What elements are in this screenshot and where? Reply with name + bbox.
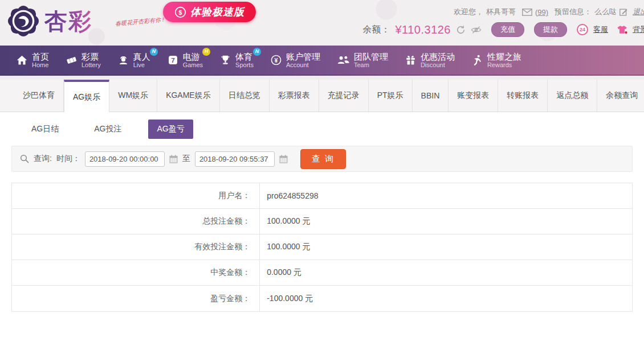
tab-item[interactable]: BBIN	[413, 80, 449, 112]
withdraw-button[interactable]: 提款	[534, 22, 567, 37]
nav-label-en: Live	[133, 61, 150, 69]
nav-label-en: Home	[32, 61, 49, 69]
nav-label: 体育 Sports N	[235, 52, 254, 69]
tab-item[interactable]: 账变报表	[449, 80, 498, 112]
svg-text:$: $	[179, 9, 182, 15]
reserved-info-value: 么么哒	[594, 7, 617, 17]
logout-link[interactable]: 退出	[633, 7, 644, 17]
nav-item-discount[interactable]: 优惠活动 Discount	[405, 52, 455, 69]
start-time-input[interactable]	[85, 151, 165, 167]
tab-item[interactable]: 沙巴体育	[14, 80, 64, 112]
nav-label-en: Team	[354, 61, 388, 69]
trophy-icon	[219, 54, 231, 66]
nav-label-zh: 性耀之旅	[487, 52, 521, 61]
nav-label: 真人 Live N	[133, 52, 150, 69]
nav-item-lottery[interactable]: 彩票 Lottery	[66, 52, 101, 69]
dancer-figure-icon	[471, 54, 483, 66]
nav-label: 彩票 Lottery	[81, 52, 101, 69]
speed-version-badge[interactable]: $ 体验极速版	[163, 2, 256, 22]
row-label: 中奖金额：	[12, 260, 260, 285]
nav-label-en: Account	[286, 61, 320, 69]
background-link[interactable]: 背景	[633, 24, 644, 35]
ag-subtabs: AG日结 AG投注 AG盈亏	[0, 112, 644, 145]
tab-item[interactable]: 返点总额	[548, 80, 597, 112]
to-label: 至	[182, 154, 190, 164]
tab-item[interactable]: 日结总览	[220, 80, 270, 112]
row-label: 有效投注金额：	[12, 234, 260, 260]
promo-badge-label: 体验极速版	[190, 5, 244, 19]
mail-icon[interactable]	[522, 9, 532, 16]
recharge-button[interactable]: 充值	[491, 22, 524, 37]
query-button[interactable]: 查 询	[300, 149, 346, 169]
nav-label-en: Sports	[235, 61, 254, 69]
hot-badge: H	[202, 48, 210, 56]
nav-label: 账户管理 Account	[286, 52, 320, 69]
nav-item-team[interactable]: 团队管理 Team	[337, 52, 388, 69]
nav-item-rewards[interactable]: 性耀之旅 Rewards	[471, 52, 521, 69]
balance-value: ¥110.3126	[395, 23, 451, 36]
row-label: 总投注金额：	[12, 209, 260, 234]
nav-label-zh: 彩票	[81, 52, 101, 61]
tab-item[interactable]: 彩票报表	[270, 80, 319, 112]
tab-item[interactable]: KGAME娱乐	[157, 80, 220, 112]
nav-label-zh: 电游	[183, 52, 203, 61]
nav-label-zh: 首页	[32, 52, 49, 61]
eye-off-icon[interactable]	[471, 26, 482, 34]
tab-item[interactable]: PT娱乐	[369, 80, 413, 112]
site-logo[interactable]: 杏彩	[7, 5, 92, 38]
nav-item-live[interactable]: 真人 Live N	[117, 52, 150, 69]
nav-item-home[interactable]: 首页 Home	[16, 52, 49, 69]
customer-service-link[interactable]: 客服	[593, 24, 608, 35]
service-24h-icon: 24	[577, 24, 588, 35]
row-value: 100.0000 元	[260, 209, 632, 234]
subtab-item[interactable]: AG日结	[23, 120, 67, 139]
row-value: pro624855298	[260, 183, 632, 208]
row-value: -100.0000 元	[260, 286, 632, 311]
tab-item[interactable]: 充提记录	[319, 80, 369, 112]
svg-text:7: 7	[171, 56, 175, 64]
slot-seven-icon: 7	[167, 54, 179, 66]
calendar-icon[interactable]	[169, 155, 178, 163]
nav-item-sports[interactable]: 体育 Sports N	[219, 52, 254, 69]
row-value: 100.0000 元	[260, 234, 632, 260]
shirt-icon	[617, 25, 627, 34]
nav-label: 电游 Games H	[183, 52, 203, 69]
query-label: 查询:	[34, 154, 52, 164]
table-row: 盈亏金额： -100.0000 元	[12, 286, 632, 311]
header-user-area: 欢迎您， 杯具哥哥 (99) 预留信息： 么么哒 退出 余额： ¥110.31	[362, 7, 644, 37]
new-badge: N	[150, 48, 158, 56]
search-panel: 查询: 时间： 至 查 询	[11, 146, 633, 172]
calendar-icon[interactable]	[279, 155, 288, 163]
nav-label-zh: 团队管理	[354, 52, 388, 61]
nav-label: 优惠活动 Discount	[421, 52, 455, 69]
end-time-input[interactable]	[195, 151, 275, 167]
tab-item[interactable]: 余额查询	[597, 80, 644, 112]
yen-circle-icon: ¥	[270, 54, 282, 66]
tab-item[interactable]: WM娱乐	[109, 80, 157, 112]
divider-strip	[0, 76, 644, 80]
time-label: 时间：	[56, 154, 80, 164]
subtab-item-active[interactable]: AG盈亏	[148, 120, 193, 139]
nav-label: 首页 Home	[32, 52, 49, 69]
tab-item-active[interactable]: AG娱乐	[64, 80, 109, 112]
welcome-text: 欢迎您，	[454, 7, 483, 17]
message-count-link[interactable]: (99)	[535, 8, 548, 17]
subtab-item[interactable]: AG投注	[85, 120, 130, 139]
nav-label-en: Lottery	[81, 61, 101, 69]
report-tabbar: 沙巴体育 AG娱乐 WM娱乐 KGAME娱乐 日结总览 彩票报表 充提记录 PT…	[0, 80, 644, 112]
team-people-icon	[337, 54, 350, 66]
coin-icon: $	[174, 6, 186, 18]
nav-item-account[interactable]: ¥ 账户管理 Account	[270, 52, 320, 69]
tab-item[interactable]: 转账报表	[498, 80, 548, 112]
edit-icon[interactable]	[619, 8, 627, 16]
logo-wordmark: 杏彩	[44, 6, 92, 37]
welcome-row: 欢迎您， 杯具哥哥 (99) 预留信息： 么么哒 退出	[362, 7, 644, 17]
nav-label-zh: 体育	[235, 52, 254, 61]
profit-report-table: 用户名： pro624855298 总投注金额： 100.0000 元 有效投注…	[11, 183, 633, 312]
nav-label: 性耀之旅 Rewards	[487, 52, 521, 69]
main-nav: 首页 Home 彩票 Lottery 真人 Live N 7 电游 Games …	[0, 46, 644, 76]
nav-item-games[interactable]: 7 电游 Games H	[167, 52, 203, 69]
row-value: 0.0000 元	[260, 260, 632, 285]
refresh-icon[interactable]	[456, 25, 466, 35]
balance-row: 余额： ¥110.3126 充值 提款 24 客服	[362, 22, 644, 37]
